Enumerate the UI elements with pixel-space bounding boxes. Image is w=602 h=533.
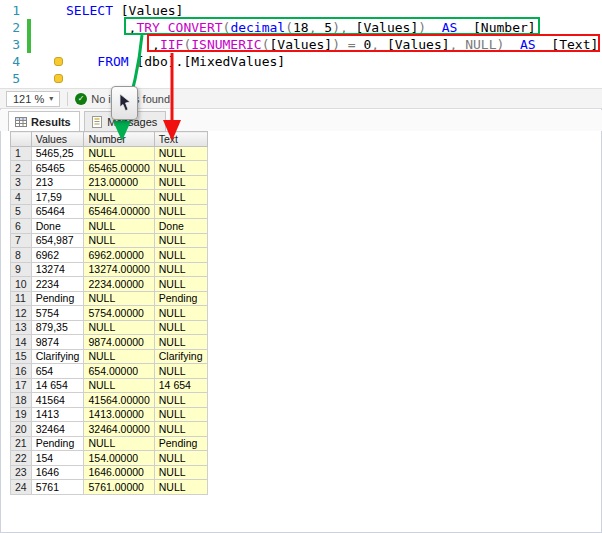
- code-line[interactable]: ,TRY_CONVERT(decimal(18, 5), [Values]) A…: [66, 19, 598, 36]
- grid-row-header[interactable]: 24: [11, 480, 32, 495]
- grid-cell-text[interactable]: NULL: [154, 161, 207, 176]
- grid-cell-values[interactable]: 879,35: [31, 320, 84, 335]
- grid-row-header[interactable]: 12: [11, 306, 32, 321]
- grid-col-header-values[interactable]: Values: [31, 132, 84, 147]
- grid-cell-number[interactable]: NULL: [84, 320, 154, 335]
- grid-cell-values[interactable]: 17,59: [31, 190, 84, 205]
- grid-cell-values[interactable]: 5761: [31, 480, 84, 495]
- grid-row-header[interactable]: 13: [11, 320, 32, 335]
- grid-cell-number[interactable]: NULL: [84, 219, 154, 234]
- grid-row-header[interactable]: 19: [11, 407, 32, 422]
- grid-row-header[interactable]: 7: [11, 233, 32, 248]
- grid-cell-text[interactable]: NULL: [154, 248, 207, 263]
- grid-cell-text[interactable]: NULL: [154, 364, 207, 379]
- grid-cell-text[interactable]: NULL: [154, 233, 207, 248]
- grid-cell-number[interactable]: 5754.00000: [84, 306, 154, 321]
- sql-editor[interactable]: 12345 SELECT [Values] ,TRY_CONVERT(decim…: [0, 0, 602, 88]
- grid-row-header[interactable]: 3: [11, 175, 32, 190]
- code-line[interactable]: [66, 70, 598, 87]
- grid-cell-number[interactable]: 13274.00000: [84, 262, 154, 277]
- grid-row-header[interactable]: 21: [11, 436, 32, 451]
- grid-cell-number[interactable]: 6962.00000: [84, 248, 154, 263]
- grid-cell-values[interactable]: 13274: [31, 262, 84, 277]
- grid-cell-number[interactable]: NULL: [84, 146, 154, 161]
- grid-cell-number[interactable]: 1646.00000: [84, 465, 154, 480]
- grid-cell-text[interactable]: NULL: [154, 204, 207, 219]
- grid-cell-number[interactable]: 5761.00000: [84, 480, 154, 495]
- grid-row-header[interactable]: 16: [11, 364, 32, 379]
- grid-row-header[interactable]: 1: [11, 146, 32, 161]
- grid-cell-text[interactable]: Pending: [154, 436, 207, 451]
- grid-cell-text[interactable]: NULL: [154, 451, 207, 466]
- grid-cell-text[interactable]: NULL: [154, 320, 207, 335]
- grid-cell-number[interactable]: 1413.00000: [84, 407, 154, 422]
- grid-row-header[interactable]: 8: [11, 248, 32, 263]
- grid-cell-values[interactable]: Pending: [31, 291, 84, 306]
- grid-row-header[interactable]: 18: [11, 393, 32, 408]
- grid-cell-values[interactable]: 2234: [31, 277, 84, 292]
- code-lines[interactable]: SELECT [Values] ,TRY_CONVERT(decimal(18,…: [66, 2, 598, 87]
- grid-cell-text[interactable]: NULL: [154, 175, 207, 190]
- grid-row-header[interactable]: 14: [11, 335, 32, 350]
- grid-row-header[interactable]: 2: [11, 161, 32, 176]
- grid-cell-number[interactable]: 654.00000: [84, 364, 154, 379]
- grid-cell-text[interactable]: 14 654: [154, 378, 207, 393]
- grid-cell-text[interactable]: NULL: [154, 306, 207, 321]
- grid-cell-values[interactable]: 65465: [31, 161, 84, 176]
- grid-cell-values[interactable]: Done: [31, 219, 84, 234]
- grid-cell-values[interactable]: 6962: [31, 248, 84, 263]
- grid-cell-text[interactable]: NULL: [154, 465, 207, 480]
- grid-cell-number[interactable]: NULL: [84, 436, 154, 451]
- grid-cell-values[interactable]: Pending: [31, 436, 84, 451]
- line-numbers[interactable]: 12345: [0, 2, 20, 87]
- grid-cell-number[interactable]: NULL: [84, 349, 154, 364]
- grid-cell-values[interactable]: 9874: [31, 335, 84, 350]
- grid-row-header[interactable]: 22: [11, 451, 32, 466]
- grid-cell-values[interactable]: 1646: [31, 465, 84, 480]
- grid-cell-number[interactable]: 2234.00000: [84, 277, 154, 292]
- grid-row-header[interactable]: 20: [11, 422, 32, 437]
- grid-cell-text[interactable]: Pending: [154, 291, 207, 306]
- grid-cell-number[interactable]: 9874.00000: [84, 335, 154, 350]
- grid-row-header[interactable]: 9: [11, 262, 32, 277]
- grid-cell-number[interactable]: 65465.00000: [84, 161, 154, 176]
- grid-cell-values[interactable]: 1413: [31, 407, 84, 422]
- grid-cell-number[interactable]: 213.00000: [84, 175, 154, 190]
- code-line[interactable]: FROM [dbo].[MixedValues]: [66, 53, 598, 70]
- grid-cell-values[interactable]: 14 654: [31, 378, 84, 393]
- grid-row-header[interactable]: 11: [11, 291, 32, 306]
- grid-row-header[interactable]: 23: [11, 465, 32, 480]
- grid-cell-text[interactable]: NULL: [154, 407, 207, 422]
- grid-cell-values[interactable]: 154: [31, 451, 84, 466]
- grid-row-header[interactable]: 17: [11, 378, 32, 393]
- grid-cell-text[interactable]: Done: [154, 219, 207, 234]
- grid-cell-text[interactable]: NULL: [154, 277, 207, 292]
- code-line[interactable]: ,IIF(ISNUMERIC([Values]) = 0, [Values], …: [66, 36, 598, 53]
- grid-cell-number[interactable]: NULL: [84, 190, 154, 205]
- grid-cell-text[interactable]: NULL: [154, 480, 207, 495]
- zoom-dropdown[interactable]: 121 % ▾: [6, 91, 60, 107]
- tab-results[interactable]: Results: [8, 111, 80, 131]
- code-line[interactable]: SELECT [Values]: [66, 2, 598, 19]
- grid-cell-values[interactable]: Clarifying: [31, 349, 84, 364]
- grid-cell-text[interactable]: NULL: [154, 422, 207, 437]
- grid-cell-number[interactable]: NULL: [84, 291, 154, 306]
- grid-cell-number[interactable]: 154.00000: [84, 451, 154, 466]
- grid-cell-number[interactable]: 41564.00000: [84, 393, 154, 408]
- grid-cell-text[interactable]: Clarifying: [154, 349, 207, 364]
- grid-row-header[interactable]: 15: [11, 349, 32, 364]
- grid-col-header-number[interactable]: Number: [84, 132, 154, 147]
- grid-cell-values[interactable]: 5754: [31, 306, 84, 321]
- grid-cell-text[interactable]: NULL: [154, 262, 207, 277]
- grid-cell-text[interactable]: NULL: [154, 190, 207, 205]
- grid-cell-text[interactable]: NULL: [154, 146, 207, 161]
- grid-cell-text[interactable]: NULL: [154, 393, 207, 408]
- grid-row-header[interactable]: 4: [11, 190, 32, 205]
- grid-cell-values[interactable]: 65464: [31, 204, 84, 219]
- grid-cell-values[interactable]: 32464: [31, 422, 84, 437]
- grid-row-header[interactable]: 10: [11, 277, 32, 292]
- grid-cell-values[interactable]: 5465,25: [31, 146, 84, 161]
- grid-cell-number[interactable]: 65464.00000: [84, 204, 154, 219]
- grid-cell-number[interactable]: NULL: [84, 233, 154, 248]
- grid-cell-number[interactable]: 32464.00000: [84, 422, 154, 437]
